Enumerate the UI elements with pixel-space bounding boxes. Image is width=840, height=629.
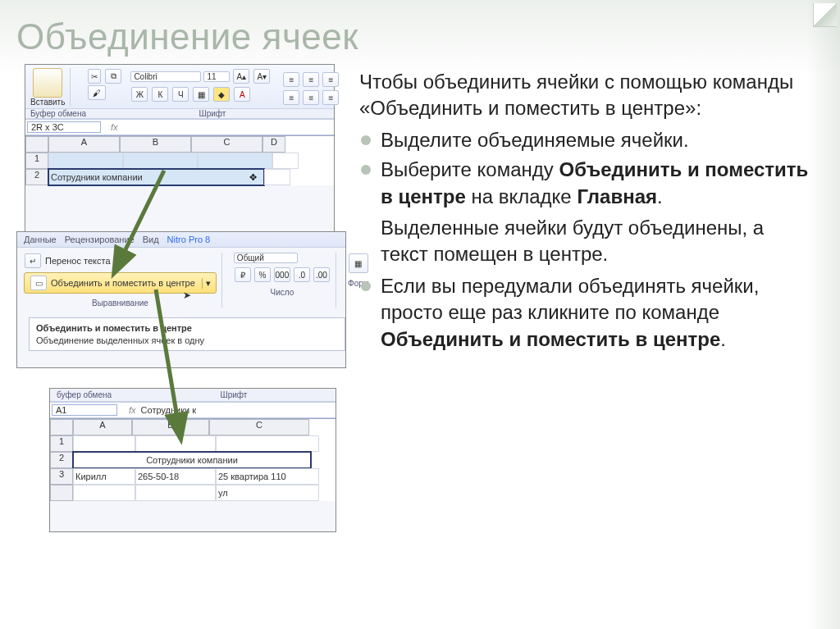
wrap-icon: ↵: [25, 253, 41, 268]
row-header-blank[interactable]: [50, 485, 73, 501]
percent-icon[interactable]: %: [254, 267, 271, 282]
fill-color-icon[interactable]: ◆: [213, 87, 230, 102]
col-header-b[interactable]: B: [120, 136, 191, 153]
slide-title: Объединение ячеек: [16, 16, 815, 57]
cell[interactable]: [264, 169, 290, 185]
align-mid-icon[interactable]: ≡: [303, 72, 319, 87]
col-header-c[interactable]: C: [191, 136, 262, 153]
font-group-label: Шрифт: [139, 390, 329, 399]
tab-data[interactable]: Данные: [24, 235, 57, 244]
bullet-1: Выделите объединяемые ячейки.: [359, 127, 815, 153]
move-cursor-icon: ✥: [249, 172, 257, 183]
fx-icon[interactable]: fx: [129, 405, 136, 415]
grow-font-icon[interactable]: A▴: [233, 69, 249, 84]
dec-dec-icon[interactable]: .00: [313, 267, 330, 282]
border-icon[interactable]: ▦: [193, 87, 209, 102]
select-all-corner[interactable]: [50, 419, 73, 435]
fx-icon[interactable]: fx: [111, 122, 118, 132]
paste-label: Вставить: [30, 98, 65, 107]
cell[interactable]: ул: [216, 485, 319, 501]
cell-text: Сотрудники компании: [51, 172, 143, 182]
intro-text: Чтобы объединить ячейки с помощью команд…: [359, 69, 815, 122]
font-group-label: Шрифт: [91, 109, 334, 118]
row-header-2[interactable]: 2: [25, 169, 48, 185]
align-right-icon[interactable]: ≡: [322, 90, 339, 105]
col-header-d[interactable]: D: [262, 136, 285, 153]
cell[interactable]: 25 квартира 110: [216, 468, 319, 485]
copy-icon: ⧉: [105, 69, 121, 84]
tab-view[interactable]: Вид: [143, 235, 159, 244]
bold-button[interactable]: Ж: [131, 87, 148, 102]
cell[interactable]: [73, 485, 135, 501]
select-all-corner[interactable]: [25, 136, 48, 153]
underline-button[interactable]: Ч: [172, 87, 189, 102]
pointer-cursor-icon: ➤: [183, 289, 191, 301]
screenshot-before: Вставить ✂ ⧉ 🖌 Colibri 11: [25, 64, 335, 238]
text-column: Чтобы объединить ячейки с помощью команд…: [359, 64, 815, 356]
tooltip-body: Объединение выделенных ячеек в одну: [36, 335, 338, 345]
cell[interactable]: Кирилл: [73, 468, 135, 485]
number-group-label: Число: [234, 288, 331, 297]
formula-bar-value[interactable]: Сотрудники к: [141, 405, 196, 415]
cell[interactable]: [216, 435, 319, 452]
wrap-text-button[interactable]: ↵ Перенос текста: [24, 253, 217, 269]
name-box[interactable]: 2R x 3C: [27, 121, 101, 133]
name-box[interactable]: A1: [52, 404, 117, 416]
italic-button[interactable]: К: [152, 87, 168, 102]
format-painter-icon: 🖌: [88, 85, 106, 100]
cell[interactable]: [123, 153, 198, 169]
align-center-icon[interactable]: ≡: [303, 90, 319, 105]
chevron-down-icon[interactable]: ▾: [202, 278, 211, 289]
merged-cell[interactable]: Сотрудники компании: [73, 452, 311, 468]
cell[interactable]: [73, 435, 135, 452]
tab-review[interactable]: Рецензирование: [65, 235, 135, 244]
col-header-b[interactable]: B: [132, 419, 209, 435]
col-header-a[interactable]: A: [48, 136, 120, 153]
col-header-a[interactable]: A: [73, 419, 132, 435]
merge-icon: ▭: [30, 276, 47, 290]
row-header-2[interactable]: 2: [50, 452, 73, 468]
cell[interactable]: [48, 153, 123, 169]
slide: Объединение ячеек Вставить ✂ ⧉: [0, 0, 840, 629]
row-header-1[interactable]: 1: [50, 435, 73, 452]
font-size-select[interactable]: 11: [203, 71, 230, 82]
cell[interactable]: [135, 435, 216, 452]
cut-icon: ✂: [88, 69, 101, 84]
screenshot-after: буфер обмена Шрифт A1 fx Сотрудники к A …: [49, 388, 336, 532]
cell[interactable]: [198, 153, 272, 169]
clipboard-group-label: буфер обмена: [57, 390, 139, 399]
screenshots-column: Вставить ✂ ⧉ 🖌 Colibri 11: [16, 64, 345, 356]
shrink-font-icon[interactable]: A▾: [253, 69, 270, 84]
cond-format-icon[interactable]: ▦: [349, 253, 368, 273]
font-color-icon[interactable]: A: [234, 87, 250, 102]
tooltip-title: Объединить и поместить в центре: [36, 323, 338, 333]
cell[interactable]: [272, 153, 299, 169]
clipboard-group-label: Буфер обмена: [25, 109, 91, 118]
align-bot-icon[interactable]: ≡: [322, 72, 339, 87]
number-format-select[interactable]: Общий: [234, 253, 298, 263]
cell[interactable]: 265-50-18: [135, 468, 216, 485]
selected-cells[interactable]: Сотрудники компании ✥: [48, 169, 264, 185]
font-name-select[interactable]: Colibri: [130, 71, 201, 82]
currency-icon[interactable]: ₽: [235, 267, 251, 282]
col-header-c[interactable]: C: [209, 419, 309, 435]
row-header-3[interactable]: 3: [50, 468, 73, 485]
cell[interactable]: [135, 485, 216, 501]
align-left-icon[interactable]: ≡: [283, 90, 299, 105]
row-header-1[interactable]: 1: [25, 153, 48, 169]
tooltip: Объединить и поместить в центре Объедине…: [29, 317, 345, 351]
bullet-2: Выберите команду Объединить и поместить …: [359, 157, 815, 210]
paste-icon: [33, 68, 62, 98]
result-text: Выделенные ячейки будут объединены, а те…: [359, 215, 815, 268]
merge-center-button[interactable]: ▭ Объединить и поместить в центре ▾ ➤: [24, 272, 217, 294]
bullet-3: Если вы передумали объединять ячейки, пр…: [359, 273, 815, 353]
comma-icon[interactable]: 000: [274, 267, 290, 282]
tab-nitro[interactable]: Nitro Pro 8: [167, 235, 211, 244]
screenshot-merge-button: Данные Рецензирование Вид Nitro Pro 8 ↵ …: [16, 231, 346, 368]
inc-dec-icon[interactable]: .0: [294, 267, 310, 282]
align-top-icon[interactable]: ≡: [283, 72, 299, 87]
